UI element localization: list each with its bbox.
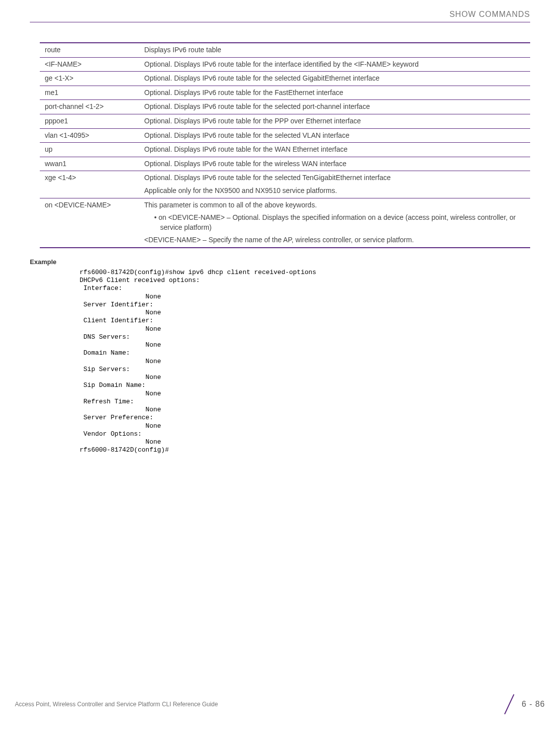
table-row: xge <1-4>Optional. Displays IPv6 route t… [40,171,530,198]
desc-line: Optional. Displays IPv6 route table for … [144,173,525,183]
table-row: on <DEVICE-NAME>This parameter is common… [40,198,530,248]
table-row: me1Optional. Displays IPv6 route table f… [40,86,530,100]
footer-slash-icon [499,694,519,714]
footer-page-number: 6 - 86 [522,700,545,709]
desc-cell: Optional. Displays IPv6 route table for … [139,157,530,171]
desc-cell: Optional. Displays IPv6 route table for … [139,86,530,100]
table-row: <IF-NAME>Optional. Displays IPv6 route t… [40,57,530,72]
desc-cell: Optional. Displays IPv6 route table for … [139,57,530,72]
table-row: routeDisplays IPv6 route table [40,43,530,57]
table-row: vlan <1-4095>Optional. Displays IPv6 rou… [40,128,530,143]
footer-page-number-box: 6 - 86 [499,694,545,714]
param-cell: up [40,143,139,157]
param-cell: wwan1 [40,157,139,171]
param-cell: vlan <1-4095> [40,128,139,143]
footer-doc-title: Access Point, Wireless Controller and Se… [15,701,218,708]
desc-line: This parameter is common to all of the a… [144,200,525,210]
example-heading: Example [30,258,530,266]
page-footer: Access Point, Wireless Controller and Se… [15,694,545,714]
desc-bullet: on <DEVICE-NAME> – Optional. Displays th… [154,213,525,232]
param-cell: ge <1-X> [40,72,139,86]
desc-cell: Optional. Displays IPv6 route table for … [139,171,530,198]
param-cell: me1 [40,86,139,100]
table-row: upOptional. Displays IPv6 route table fo… [40,143,530,157]
param-cell: port-channel <1-2> [40,100,139,114]
table-row: pppoe1Optional. Displays IPv6 route tabl… [40,114,530,128]
header-section: SHOW COMMANDS [30,10,530,22]
param-cell: route [40,43,139,57]
parameter-table: routeDisplays IPv6 route table<IF-NAME>O… [40,42,530,248]
table-row: port-channel <1-2>Optional. Displays IPv… [40,100,530,114]
desc-cell: Optional. Displays IPv6 route table for … [139,128,530,143]
desc-line: Applicable only for the NX9500 and NX951… [144,186,525,196]
desc-cell: Optional. Displays IPv6 route table for … [139,100,530,114]
desc-cell: Displays IPv6 route table [139,43,530,57]
desc-line: <DEVICE-NAME> – Specify the name of the … [144,235,525,245]
param-cell: xge <1-4> [40,171,139,198]
desc-cell: This parameter is common to all of the a… [139,198,530,248]
example-code-block: rfs6000-81742D(config)#show ipv6 dhcp cl… [80,269,530,455]
desc-cell: Optional. Displays IPv6 route table for … [139,114,530,128]
desc-cell: Optional. Displays IPv6 route table for … [139,72,530,86]
table-row: ge <1-X>Optional. Displays IPv6 route ta… [40,72,530,86]
param-cell: <IF-NAME> [40,57,139,72]
param-cell: on <DEVICE-NAME> [40,198,139,248]
desc-cell: Optional. Displays IPv6 route table for … [139,143,530,157]
param-cell: pppoe1 [40,114,139,128]
table-row: wwan1Optional. Displays IPv6 route table… [40,157,530,171]
